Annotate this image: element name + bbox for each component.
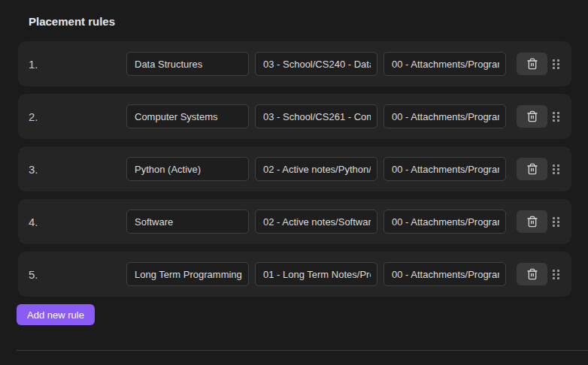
rule-folder-input[interactable] [255,104,377,128]
trash-icon [526,268,538,280]
rule-attachments-input[interactable] [383,52,506,76]
page-title: Placement rules [29,15,588,29]
rule-folder-input[interactable] [255,262,377,286]
delete-rule-button[interactable] [517,263,547,285]
delete-rule-button[interactable] [517,158,547,180]
rule-name-input[interactable] [126,210,249,234]
drag-handle-icon[interactable] [553,59,559,69]
drag-handle-icon[interactable] [553,270,559,279]
trash-icon [526,58,538,70]
rule-number: 1. [29,58,126,71]
rule-attachments-input[interactable] [383,157,506,181]
rule-name-input[interactable] [126,104,249,128]
placement-rule-row: 1. [18,41,571,86]
rule-folder-input[interactable] [255,210,377,234]
delete-rule-button[interactable] [517,53,547,75]
rule-number: 2. [29,110,126,123]
rule-folder-input[interactable] [255,157,377,181]
rule-folder-input[interactable] [255,52,377,76]
drag-handle-icon[interactable] [553,164,559,174]
rule-name-input[interactable] [126,52,249,76]
rule-number: 4. [29,216,126,228]
trash-icon [526,216,538,228]
placement-rule-row: 4. [18,199,571,244]
rule-number: 5. [29,268,126,281]
add-new-rule-button[interactable]: Add new rule [17,304,95,325]
rule-attachments-input[interactable] [383,104,506,128]
placement-rule-row: 3. [18,146,571,192]
trash-icon [526,163,538,175]
section-divider [17,350,588,351]
rule-name-input[interactable] [126,262,249,286]
rule-name-input[interactable] [126,157,249,181]
placement-rule-row: 2. [18,94,571,139]
drag-handle-icon[interactable] [553,112,559,122]
rules-list: 1. 2. [0,41,588,297]
rule-number: 3. [29,163,126,176]
drag-handle-icon[interactable] [553,217,559,227]
rule-attachments-input[interactable] [383,210,506,234]
rule-attachments-input[interactable] [383,262,506,286]
placement-rule-row: 5. [18,252,571,297]
delete-rule-button[interactable] [517,105,547,128]
trash-icon [526,110,538,122]
placement-rules-panel: Placement rules 1. 2. [0,15,588,365]
delete-rule-button[interactable] [517,210,547,233]
